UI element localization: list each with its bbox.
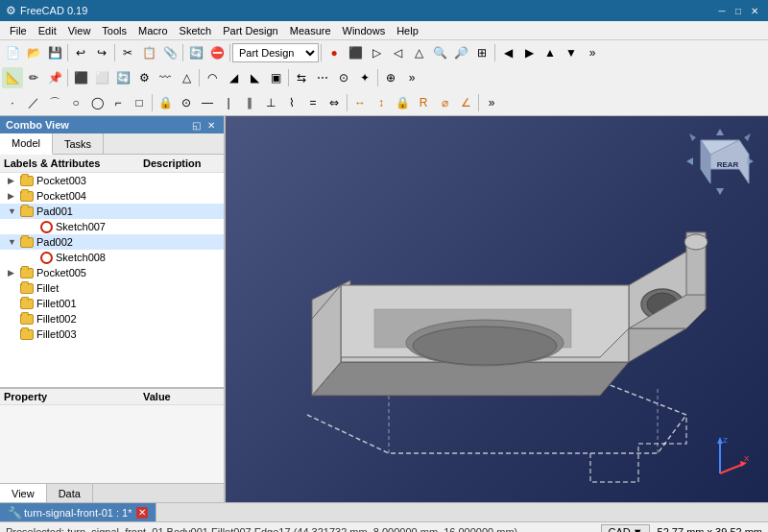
tb-constraint-parallel[interactable]: ∥: [239, 92, 260, 113]
cv-close-button[interactable]: ✕: [204, 118, 218, 132]
tb-dim-horiz[interactable]: ↔: [349, 92, 371, 113]
tab-model[interactable]: Model: [0, 133, 53, 155]
tb-paste[interactable]: 📎: [159, 42, 180, 63]
tb-more[interactable]: »: [582, 42, 603, 63]
tb-view-home[interactable]: ⬛: [345, 42, 366, 63]
tb-nav-down[interactable]: ▼: [561, 42, 582, 63]
tb-open[interactable]: 📂: [23, 42, 44, 63]
tb-zoom-in[interactable]: 🔍: [429, 42, 450, 63]
menu-partdesign[interactable]: Part Design: [217, 23, 283, 38]
close-button[interactable]: ✕: [747, 4, 762, 17]
tree-item-sketch007[interactable]: ▶ Sketch007: [0, 219, 224, 234]
tb-line[interactable]: ／: [23, 92, 44, 113]
tb-view-top[interactable]: △: [408, 42, 429, 63]
tree-item-fillet[interactable]: ▶ Fillet: [0, 280, 224, 296]
tb-constraint-horiz[interactable]: —: [197, 92, 218, 113]
tree-item-fillet003[interactable]: ▶ Fillet003: [0, 326, 224, 342]
tb-dim-radius[interactable]: R: [413, 92, 434, 113]
pb-tab-data[interactable]: Data: [47, 484, 93, 502]
menu-macro[interactable]: Macro: [132, 23, 174, 38]
tb-point[interactable]: ·: [2, 92, 23, 113]
menu-measure[interactable]: Measure: [284, 23, 337, 38]
tb-ellipse[interactable]: ◯: [86, 92, 108, 113]
tb-cut[interactable]: ✂: [117, 42, 138, 63]
tb-groove[interactable]: ⚙: [133, 67, 155, 88]
tb-nav-right[interactable]: ▶: [518, 42, 540, 63]
tb-draft[interactable]: ◣: [244, 67, 265, 88]
tb-circle[interactable]: ○: [65, 92, 86, 113]
tb-fillet[interactable]: ◠: [202, 67, 223, 88]
menu-view[interactable]: View: [62, 23, 97, 38]
tb-loft[interactable]: △: [176, 67, 197, 88]
tree-item-pad002[interactable]: ▼ Pad002: [0, 234, 224, 250]
pb-tab-view[interactable]: View: [0, 484, 47, 502]
tb-constraint-perp[interactable]: ⊥: [260, 92, 281, 113]
tb-more3[interactable]: »: [481, 92, 502, 113]
tree-item-fillet002[interactable]: ▶ Fillet002: [0, 311, 224, 326]
tb-pocket[interactable]: ⬜: [91, 67, 112, 88]
tree-item-pocket003[interactable]: ▶ Pocket003: [0, 173, 224, 188]
tb-refresh[interactable]: 🔄: [185, 42, 206, 63]
tb-constraint-coincident[interactable]: ⊙: [176, 92, 197, 113]
tb-constraint-symmetric[interactable]: ⇔: [324, 92, 345, 113]
tb-red-sphere[interactable]: ●: [324, 42, 345, 63]
menu-file[interactable]: File: [4, 23, 33, 38]
file-tab-main[interactable]: 🔧 turn-signal-front-01 : 1* ✕: [0, 503, 156, 521]
tb-arc[interactable]: ⌒: [44, 92, 65, 113]
tree-item-pad001[interactable]: ▼ Pad001: [0, 204, 224, 219]
tb-edit-sketch[interactable]: ✏: [23, 67, 44, 88]
tb-nav-left[interactable]: ◀: [497, 42, 518, 63]
tb-undo[interactable]: ↩: [70, 42, 91, 63]
tb-polyline[interactable]: ⌐: [108, 92, 129, 113]
tb-constraint-equal[interactable]: =: [302, 92, 324, 113]
menu-windows[interactable]: Windows: [337, 23, 392, 38]
tb-mirrored[interactable]: ⇆: [291, 67, 312, 88]
tb-constraint-tangent[interactable]: ⌇: [281, 92, 302, 113]
tree-item-sketch008[interactable]: ▶ Sketch008: [0, 250, 224, 265]
workbench-selector[interactable]: Part Design Sketcher Part: [232, 43, 319, 62]
tb-attach[interactable]: 📌: [44, 67, 65, 88]
tb-new-sketch[interactable]: 📐: [2, 67, 23, 88]
menu-edit[interactable]: Edit: [33, 23, 62, 38]
menu-tools[interactable]: Tools: [96, 23, 132, 38]
tb-polar-pattern[interactable]: ⊙: [333, 67, 354, 88]
tb-pipe[interactable]: 〰: [155, 67, 176, 88]
tb-save[interactable]: 💾: [44, 42, 65, 63]
tb-view-back[interactable]: ◁: [387, 42, 408, 63]
tb-dim-angle[interactable]: ∠: [455, 92, 476, 113]
tb-nav-up[interactable]: ▲: [540, 42, 561, 63]
tb-chamfer[interactable]: ◢: [223, 67, 244, 88]
tb-copy[interactable]: 📋: [138, 42, 159, 63]
tb-boolean[interactable]: ⊕: [380, 67, 401, 88]
tree-area[interactable]: ▶ Pocket003 ▶ Pocket004 ▼ Pad001: [0, 173, 224, 387]
tb-rect[interactable]: □: [129, 92, 150, 113]
minimize-button[interactable]: ─: [714, 4, 730, 17]
tree-item-fillet001[interactable]: ▶ Fillet001: [0, 296, 224, 311]
tb-new[interactable]: 📄: [2, 42, 23, 63]
nav-cube[interactable]: .cube-face { stroke: #8899bb; stroke-wid…: [682, 126, 758, 203]
tb-redo[interactable]: ↪: [91, 42, 112, 63]
tb-stop[interactable]: ⛔: [206, 42, 228, 63]
tb-dim-lock[interactable]: 🔒: [392, 92, 413, 113]
tb-more2[interactable]: »: [401, 67, 422, 88]
menu-help[interactable]: Help: [391, 23, 424, 38]
tb-revolution[interactable]: 🔄: [112, 67, 133, 88]
tb-thickness[interactable]: ▣: [265, 67, 286, 88]
tb-pad[interactable]: ⬛: [70, 67, 91, 88]
tb-constraint-fix[interactable]: 🔒: [155, 92, 176, 113]
tb-zoom-fit[interactable]: ⊞: [471, 42, 492, 63]
tb-linear-pattern[interactable]: ⋯: [312, 67, 333, 88]
maximize-button[interactable]: □: [731, 4, 746, 17]
tb-zoom-out[interactable]: 🔎: [450, 42, 471, 63]
file-tab-close[interactable]: ✕: [136, 507, 148, 519]
cv-float-button[interactable]: ◱: [189, 118, 203, 132]
menu-sketch[interactable]: Sketch: [174, 23, 218, 38]
tree-item-pocket004[interactable]: ▶ Pocket004: [0, 188, 224, 204]
tb-dim-diam[interactable]: ⌀: [434, 92, 455, 113]
tb-constraint-vert[interactable]: |: [218, 92, 239, 113]
viewport[interactable]: .cube-face { stroke: #8899bb; stroke-wid…: [226, 116, 768, 502]
tree-item-pocket005[interactable]: ▶ Pocket005: [0, 265, 224, 280]
tab-tasks[interactable]: Tasks: [53, 133, 104, 154]
tb-dim-vert[interactable]: ↕: [371, 92, 392, 113]
cad-selector[interactable]: CAD ▼: [601, 524, 649, 533]
